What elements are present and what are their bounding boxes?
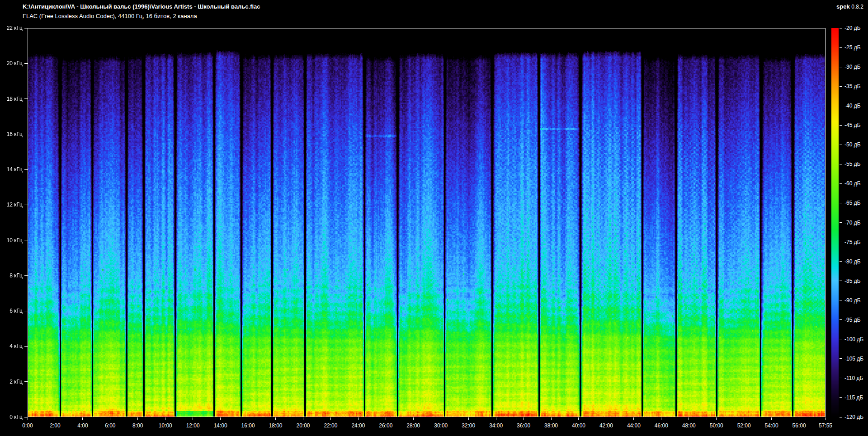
freq-tick	[24, 134, 28, 134]
legend-tick-label: -70 дБ	[844, 219, 861, 226]
time-tick	[826, 417, 826, 420]
time-tick-label: 42:00	[593, 422, 620, 429]
legend-tick	[840, 106, 842, 106]
time-tick	[606, 417, 606, 420]
freq-tick	[24, 28, 28, 28]
time-tick-label: 30:00	[427, 422, 454, 429]
time-tick-label: 38:00	[538, 422, 565, 429]
time-tick	[220, 417, 221, 420]
time-tick	[275, 417, 276, 420]
freq-tick	[24, 63, 28, 64]
legend-tick-label: -100 дБ	[844, 336, 863, 343]
legend-tick	[840, 339, 842, 339]
legend-tick-label: -110 дБ	[844, 375, 863, 382]
time-tick-label: 16:00	[235, 422, 262, 429]
time-tick-label: 57:55	[812, 422, 839, 429]
time-tick	[551, 417, 552, 420]
time-tick-label: 50:00	[703, 422, 730, 429]
legend-tick	[840, 183, 842, 184]
time-tick-label: 18:00	[262, 422, 289, 429]
freq-tick	[24, 169, 28, 170]
time-tick	[248, 417, 248, 420]
legend-tick-label: -45 дБ	[844, 122, 861, 129]
time-tick-label: 28:00	[400, 422, 427, 429]
legend-tick-label: -85 дБ	[844, 277, 861, 285]
time-tick-label: 2:00	[42, 422, 69, 429]
time-tick	[28, 417, 28, 420]
legend-colorbar	[831, 28, 839, 417]
file-path-title: K:\Антициклон\VA - Школьный вальс (1996)…	[23, 3, 260, 10]
time-tick-label: 44:00	[620, 422, 647, 429]
legend-tick-label: -75 дБ	[844, 239, 861, 246]
legend-tick-label: -50 дБ	[844, 141, 861, 148]
freq-tick-label: 2 кГц	[1, 378, 23, 385]
freq-tick-label: 20 кГц	[1, 60, 23, 67]
legend-tick-label: -30 дБ	[844, 63, 861, 70]
time-tick	[716, 417, 717, 420]
legend-tick	[840, 242, 842, 242]
time-tick	[358, 417, 359, 420]
legend-tick	[840, 222, 842, 223]
time-tick	[193, 417, 193, 420]
time-tick	[496, 417, 496, 420]
time-tick-label: 40:00	[565, 422, 592, 429]
time-tick-label: 0:00	[14, 422, 41, 429]
legend-tick	[840, 319, 842, 320]
time-tick-label: 8:00	[124, 422, 151, 429]
legend-tick	[840, 145, 842, 145]
time-tick	[303, 417, 303, 420]
legend-tick-label: -35 дБ	[844, 83, 861, 90]
legend-tick-label: -20 дБ	[844, 24, 861, 32]
app-version: 0.8.2	[851, 4, 863, 10]
legend-tick	[840, 47, 842, 48]
freq-tick	[24, 98, 28, 99]
freq-tick	[24, 275, 28, 276]
freq-tick-label: 6 кГц	[1, 307, 23, 314]
legend-tick	[840, 281, 842, 281]
time-tick-label: 12:00	[179, 422, 207, 429]
time-tick	[468, 417, 469, 420]
app-name: spek	[836, 3, 850, 10]
legend-tick-label: -105 дБ	[844, 355, 863, 362]
file-info: FLAC (Free Lossless Audio Codec), 44100 …	[23, 13, 197, 19]
time-tick	[771, 417, 772, 420]
freq-tick-label: 16 кГц	[1, 131, 23, 138]
freq-tick-label: 0 кГц	[1, 413, 23, 421]
legend-tick-label: -80 дБ	[844, 258, 861, 265]
freq-tick	[24, 346, 28, 347]
freq-tick	[24, 205, 28, 205]
legend-tick-label: -115 дБ	[844, 394, 863, 401]
time-tick	[441, 417, 441, 420]
freq-tick	[24, 311, 28, 311]
legend-tick-label: -90 дБ	[844, 297, 861, 304]
time-tick	[633, 417, 634, 420]
time-tick	[661, 417, 661, 420]
legend-tick-label: -25 дБ	[844, 44, 861, 51]
legend-tick-label: -120 дБ	[844, 413, 863, 421]
legend-tick	[840, 261, 842, 262]
time-tick-label: 14:00	[207, 422, 234, 429]
legend-tick-label: -55 дБ	[844, 160, 861, 168]
legend-tick	[840, 67, 842, 67]
time-tick	[799, 417, 799, 420]
freq-tick	[24, 240, 28, 240]
freq-tick-label: 4 кГц	[1, 342, 23, 350]
time-tick	[744, 417, 744, 420]
time-tick	[330, 417, 331, 420]
freq-tick-label: 22 кГц	[1, 24, 23, 32]
time-tick	[386, 417, 386, 420]
legend-tick	[840, 358, 842, 359]
legend-tick	[840, 203, 842, 203]
legend-tick-label: -60 дБ	[844, 180, 861, 187]
legend-tick	[840, 378, 842, 378]
time-tick-label: 10:00	[152, 422, 179, 429]
time-tick	[110, 417, 110, 420]
time-tick-label: 20:00	[289, 422, 316, 429]
time-tick	[689, 417, 689, 420]
time-tick-label: 22:00	[317, 422, 344, 429]
freq-tick	[24, 381, 28, 382]
time-tick-label: 56:00	[786, 422, 813, 429]
spek-window: { "app": {"name": "spek", "version": "0.…	[0, 0, 868, 436]
time-tick	[578, 417, 579, 420]
legend-tick-label: -40 дБ	[844, 102, 861, 109]
